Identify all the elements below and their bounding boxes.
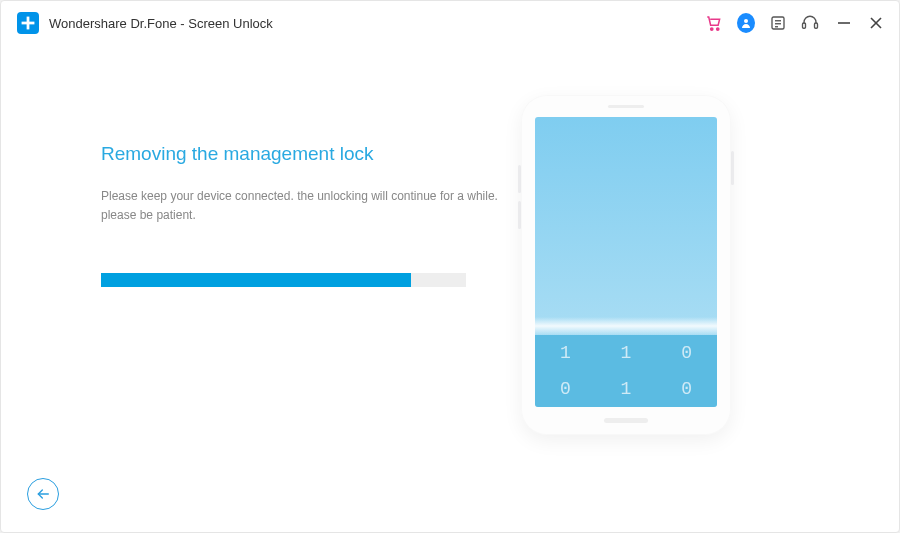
account-icon[interactable] [737,14,755,32]
phone-home-icon [604,418,648,423]
phone-keypad-icon: 1 1 0 0 1 0 [535,335,717,407]
window-controls [837,16,883,30]
svg-point-4 [744,19,748,23]
keypad-digit: 0 [656,371,717,407]
support-icon[interactable] [801,14,819,32]
titlebar-right [705,14,883,32]
subtext-line-2: please be patient. [101,208,196,222]
progress-bar [101,273,466,287]
close-button[interactable] [869,16,883,30]
keypad-digit: 1 [596,371,657,407]
titlebar: Wondershare Dr.Fone - Screen Unlock [1,1,899,45]
app-logo-icon [17,12,39,34]
status-heading: Removing the management lock [101,143,521,165]
feedback-icon[interactable] [769,14,787,32]
app-window: Wondershare Dr.Fone - Screen Unlock [0,0,900,533]
subtext-line-1: Please keep your device connected. the u… [101,189,498,203]
keypad-digit: 1 [596,335,657,371]
svg-point-3 [717,28,719,30]
keypad-digit: 0 [656,335,717,371]
svg-rect-10 [815,23,818,28]
phone-screen: 1 1 0 0 1 0 [535,117,717,407]
content-area: Removing the management lock Please keep… [1,45,899,532]
progress-bar-fill [101,273,411,287]
phone-illustration: 1 1 0 0 1 0 [521,95,731,435]
titlebar-left: Wondershare Dr.Fone - Screen Unlock [17,12,273,34]
phone-body: 1 1 0 0 1 0 [521,95,731,435]
phone-side-button-icon [731,151,734,185]
main-panel: Removing the management lock Please keep… [101,105,521,472]
status-subtext: Please keep your device connected. the u… [101,187,521,225]
app-title: Wondershare Dr.Fone - Screen Unlock [49,16,273,31]
minimize-button[interactable] [837,16,851,30]
cart-icon[interactable] [705,14,723,32]
svg-rect-9 [803,23,806,28]
phone-speaker-icon [608,105,644,108]
phone-glare [535,317,717,335]
back-button[interactable] [27,478,59,510]
keypad-digit: 0 [535,371,596,407]
svg-point-2 [711,28,713,30]
keypad-digit: 1 [535,335,596,371]
